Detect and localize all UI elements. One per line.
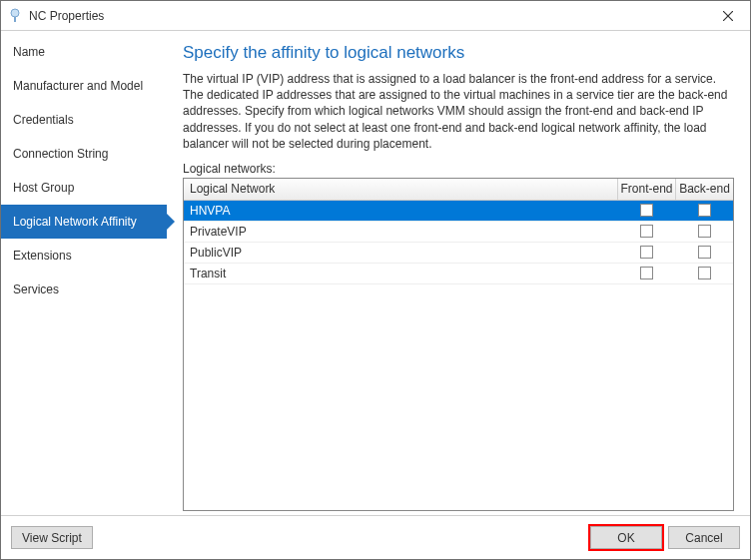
cancel-button[interactable]: Cancel <box>668 526 740 549</box>
sidebar: Name Manufacturer and Model Credentials … <box>1 31 167 515</box>
col-header-logical-network[interactable]: Logical Network <box>184 179 617 200</box>
grid-rows: HNVPA PrivateVIP PublicVIP <box>184 201 733 510</box>
content-pane: Specify the affinity to logical networks… <box>167 31 750 515</box>
sidebar-item-logical-network-affinity[interactable]: Logical Network Affinity <box>1 205 167 239</box>
col-header-back-end[interactable]: Back-end <box>675 179 733 200</box>
sidebar-item-host-group[interactable]: Host Group <box>1 171 167 205</box>
table-row[interactable]: PrivateVIP <box>184 222 733 243</box>
svg-point-1 <box>11 9 19 17</box>
sidebar-item-connection-string[interactable]: Connection String <box>1 137 167 171</box>
page-description: The virtual IP (VIP) address that is ass… <box>183 71 734 152</box>
cell-network-name: HNVPA <box>184 201 617 221</box>
checkbox-front-end[interactable] <box>640 246 653 259</box>
table-row[interactable]: HNVPA <box>184 201 733 222</box>
sidebar-item-credentials[interactable]: Credentials <box>1 103 167 137</box>
checkbox-back-end[interactable] <box>698 204 711 217</box>
checkbox-front-end[interactable] <box>640 225 653 238</box>
sidebar-item-name[interactable]: Name <box>1 35 167 69</box>
cell-network-name: Transit <box>184 264 617 283</box>
grid-header: Logical Network Front-end Back-end <box>184 179 733 201</box>
sidebar-item-services[interactable]: Services <box>1 273 167 306</box>
logical-networks-grid: Logical Network Front-end Back-end HNVPA… <box>183 178 734 511</box>
sidebar-item-manufacturer[interactable]: Manufacturer and Model <box>1 69 167 103</box>
app-icon <box>7 8 23 24</box>
page-header: Specify the affinity to logical networks <box>183 43 734 63</box>
window: NC Properties Name Manufacturer and Mode… <box>0 0 751 560</box>
col-header-front-end[interactable]: Front-end <box>617 179 675 200</box>
checkbox-front-end[interactable] <box>640 267 653 280</box>
ok-button[interactable]: OK <box>590 526 662 549</box>
window-title: NC Properties <box>29 9 705 23</box>
checkbox-front-end[interactable] <box>640 204 653 217</box>
dialog-body: Name Manufacturer and Model Credentials … <box>1 31 750 515</box>
cell-network-name: PrivateVIP <box>184 222 617 242</box>
close-icon <box>723 11 733 21</box>
checkbox-back-end[interactable] <box>698 246 711 259</box>
dialog-footer: View Script OK Cancel <box>1 515 750 559</box>
view-script-button[interactable]: View Script <box>11 526 93 549</box>
checkbox-back-end[interactable] <box>698 225 711 238</box>
cell-network-name: PublicVIP <box>184 243 617 263</box>
table-row[interactable]: PublicVIP <box>184 243 733 264</box>
list-label: Logical networks: <box>183 162 734 176</box>
checkbox-back-end[interactable] <box>698 267 711 280</box>
table-row[interactable]: Transit <box>184 264 733 284</box>
sidebar-item-extensions[interactable]: Extensions <box>1 239 167 273</box>
close-button[interactable] <box>705 2 750 30</box>
titlebar: NC Properties <box>1 1 750 31</box>
